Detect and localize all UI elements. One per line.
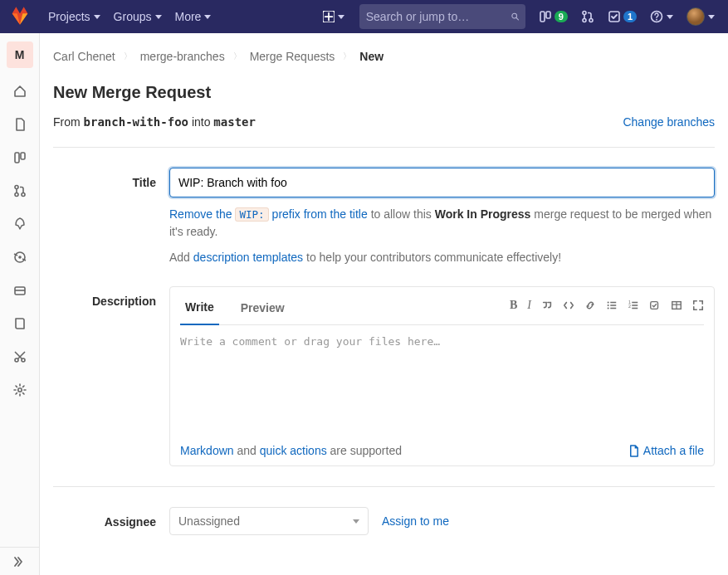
chevron-right-icon: 〉 — [124, 51, 132, 62]
plus-icon — [323, 11, 335, 22]
new-dropdown[interactable] — [315, 0, 353, 33]
task-list-icon — [649, 300, 661, 311]
tab-preview[interactable]: Preview — [236, 293, 290, 324]
chevron-down-icon — [94, 15, 100, 19]
svg-point-16 — [15, 193, 18, 197]
editor-toolbar: B I 12 — [510, 299, 704, 319]
search-icon — [511, 11, 519, 22]
sidebar-item-issues[interactable] — [0, 141, 40, 174]
sidebar-collapse[interactable] — [0, 547, 39, 575]
gitlab-logo-icon[interactable] — [10, 6, 42, 28]
chevron-down-icon — [353, 519, 359, 524]
numbered-list-button[interactable]: 12 — [628, 300, 639, 311]
desc-template-help: Add description templates to help your c… — [169, 249, 715, 266]
bold-button[interactable]: B — [510, 299, 517, 312]
sidebar-item-settings[interactable] — [0, 373, 40, 407]
sidebar-item-wiki[interactable] — [0, 307, 40, 340]
svg-point-24 — [15, 358, 18, 362]
nav-more[interactable]: More — [169, 0, 218, 33]
breadcrumb-project[interactable]: merge-branches — [140, 50, 225, 63]
project-avatar[interactable]: M — [7, 41, 33, 68]
sidebar-item-ci[interactable] — [0, 207, 40, 241]
doc-icon — [13, 118, 27, 131]
svg-point-19 — [18, 256, 22, 259]
todos-badge: 1 — [623, 11, 637, 22]
assignee-label: Assignee — [53, 507, 169, 535]
change-branches-link[interactable]: Change branches — [623, 115, 715, 129]
table-button[interactable] — [671, 300, 682, 311]
italic-button[interactable]: I — [527, 299, 531, 312]
title-input[interactable] — [169, 168, 715, 197]
quick-actions-link[interactable]: quick actions — [260, 444, 327, 457]
fullscreen-button[interactable] — [692, 300, 704, 311]
merge-request-icon — [581, 10, 594, 23]
sidebar-item-repository[interactable] — [0, 108, 40, 141]
source-branch: branch-with-foo — [84, 115, 188, 129]
search-input[interactable] — [366, 10, 511, 23]
svg-rect-38 — [651, 301, 658, 309]
into-label: into — [188, 115, 213, 129]
sidebar-item-merge-requests[interactable] — [0, 174, 40, 207]
assignee-selected: Unassigned — [178, 514, 240, 528]
fullscreen-icon — [692, 300, 704, 311]
svg-line-4 — [516, 17, 519, 20]
bullet-list-button[interactable] — [606, 300, 618, 311]
svg-point-15 — [15, 186, 18, 189]
remove-wip-link[interactable]: Remove the WIP: prefix from the title — [169, 207, 368, 221]
attach-file-button[interactable]: Attach a file — [628, 444, 704, 457]
assignee-dropdown[interactable]: Unassigned — [169, 507, 369, 535]
svg-rect-1 — [325, 16, 334, 17]
sidebar-item-registry[interactable] — [0, 274, 40, 307]
sidebar-item-project[interactable] — [0, 75, 40, 108]
code-button[interactable] — [563, 300, 574, 311]
markdown-link[interactable]: Markdown — [180, 444, 234, 457]
breadcrumb-user[interactable]: Carl Chenet — [53, 50, 115, 63]
chevron-down-icon — [155, 15, 162, 19]
issues-badge: 9 — [555, 11, 568, 22]
link-button[interactable] — [584, 300, 596, 311]
sidebar-item-snippets[interactable] — [0, 340, 40, 373]
assign-to-me-link[interactable]: Assign to me — [382, 514, 449, 528]
svg-point-27 — [608, 301, 609, 303]
svg-line-21 — [22, 259, 26, 261]
nav-groups[interactable]: Groups — [107, 0, 169, 33]
top-navbar: Projects Groups More 9 1 — [0, 0, 728, 33]
task-list-button[interactable] — [649, 300, 661, 311]
title-label: Title — [53, 168, 169, 266]
issues-icon — [539, 10, 552, 23]
description-templates-link[interactable]: description templates — [193, 251, 303, 264]
svg-point-9 — [589, 19, 593, 22]
svg-point-12 — [656, 19, 657, 21]
nav-user-menu[interactable] — [680, 0, 721, 33]
svg-point-17 — [22, 193, 25, 197]
branch-info: From branch-with-foo into master — [53, 115, 256, 129]
link-icon — [584, 300, 596, 311]
page-title: New Merge Request — [53, 83, 715, 102]
todos-icon — [608, 10, 621, 23]
svg-rect-6 — [546, 12, 550, 18]
nav-projects[interactable]: Projects — [42, 0, 107, 33]
bullet-list-icon — [606, 300, 618, 311]
description-editor: Write Preview B I 12 — [169, 286, 715, 466]
project-sidebar: M — [0, 33, 40, 575]
sidebar-item-operations[interactable] — [0, 241, 40, 274]
home-icon — [13, 85, 27, 98]
doc-icon — [628, 445, 640, 457]
description-textarea[interactable] — [170, 325, 714, 433]
wip-strong: Work In Progress — [435, 207, 531, 221]
nav-todos[interactable]: 1 — [601, 0, 643, 33]
search-bar[interactable] — [359, 4, 525, 29]
numbered-list-icon: 12 — [628, 300, 639, 311]
branch-row: From branch-with-foo into master Change … — [53, 115, 715, 148]
nav-issues[interactable]: 9 — [532, 0, 574, 33]
tab-write[interactable]: Write — [180, 292, 219, 325]
editor-footer-help: Markdown and quick actions are supported — [180, 444, 402, 457]
nav-merge-requests[interactable] — [574, 0, 601, 33]
merge-request-icon — [13, 184, 27, 197]
quote-button[interactable] — [541, 300, 553, 311]
quote-icon — [541, 300, 553, 311]
svg-point-7 — [583, 12, 586, 15]
svg-rect-5 — [540, 12, 545, 22]
breadcrumb-section[interactable]: Merge Requests — [250, 50, 335, 63]
nav-help[interactable] — [643, 0, 680, 33]
